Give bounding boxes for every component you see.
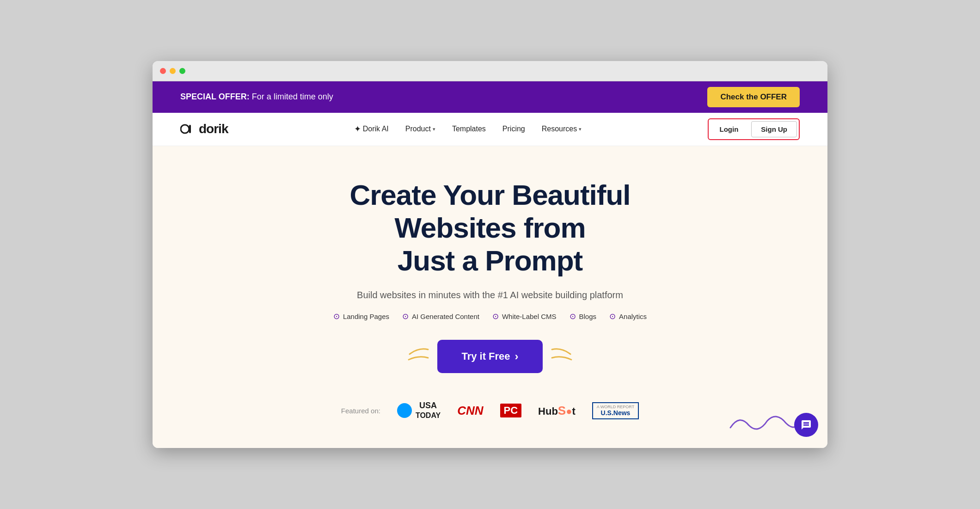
feature-label-2: AI Generated Content (412, 313, 479, 320)
chat-icon (801, 419, 812, 430)
try-free-label: Try it Free (461, 350, 510, 362)
login-button[interactable]: Login (710, 122, 748, 137)
featured-on-section: Featured on: USATODAY CNN PC HubS●t (180, 401, 800, 420)
nav-item-product[interactable]: Product ▾ (405, 125, 435, 133)
usnews-main: U.S.News (601, 409, 631, 417)
decorative-scribble (726, 409, 800, 439)
minimize-button-icon[interactable] (170, 68, 176, 74)
announcement-bold: SPECIAL OFFER: (180, 92, 250, 101)
nav-item-resources[interactable]: Resources ▾ (542, 125, 582, 133)
svg-rect-1 (189, 125, 191, 133)
brand-pc: PC (500, 404, 522, 417)
check-icon-5: ⊙ (609, 312, 616, 321)
feature-white-label: ⊙ White-Label CMS (492, 312, 557, 321)
nav-label-product: Product (405, 125, 431, 133)
ai-sparkle-icon: ✦ (354, 124, 361, 134)
usnews-text: A WORLD REPORT U.S.News (592, 402, 639, 420)
brand-hubspot: HubS●t (538, 404, 576, 418)
featured-label: Featured on: (341, 407, 380, 415)
hero-title-line1: Create Your Beautiful Websites from (349, 179, 630, 244)
nav-auth-area: Login Sign Up (708, 118, 800, 140)
nav-item-dorik-ai[interactable]: ✦ Dorik AI (354, 124, 389, 134)
brand-cnn: CNN (457, 404, 483, 418)
check-icon-3: ⊙ (492, 312, 499, 321)
brand-usa-today: USATODAY (397, 401, 441, 420)
signup-button[interactable]: Sign Up (751, 121, 797, 137)
nav-item-pricing[interactable]: Pricing (502, 125, 525, 133)
check-icon-2: ⊙ (402, 312, 409, 321)
feature-analytics: ⊙ Analytics (609, 312, 647, 321)
browser-window: SPECIAL OFFER: For a limited time only C… (153, 61, 827, 448)
announcement-regular: For a limited time only (252, 92, 333, 101)
hero-title-line2: Just a Prompt (398, 245, 582, 276)
feature-blogs: ⊙ Blogs (570, 312, 597, 321)
feature-label-3: White-Label CMS (502, 313, 557, 320)
hubspot-text: HubS●t (538, 404, 576, 418)
nav-label-resources: Resources (542, 125, 577, 133)
check-icon-4: ⊙ (570, 312, 576, 321)
check-icon-1: ⊙ (333, 312, 340, 321)
nav-links: ✦ Dorik AI Product ▾ Templates (354, 124, 582, 134)
hero-title: Create Your Beautiful Websites from Just… (291, 178, 689, 277)
fullscreen-button-icon[interactable] (179, 68, 185, 74)
chevron-down-icon: ▾ (433, 126, 435, 132)
nav-item-templates[interactable]: Templates (452, 125, 486, 133)
hero-section: Create Your Beautiful Websites from Just… (153, 146, 827, 448)
feature-label-1: Landing Pages (343, 313, 389, 320)
usa-today-text: USATODAY (416, 401, 441, 420)
close-button-icon[interactable] (160, 68, 166, 74)
svg-point-0 (181, 125, 189, 133)
browser-chrome (153, 61, 827, 81)
try-free-button[interactable]: Try it Free › (437, 340, 542, 373)
feature-landing-pages: ⊙ Landing Pages (333, 312, 389, 321)
nav-label-pricing: Pricing (502, 125, 525, 133)
chevron-down-icon-resources: ▾ (579, 126, 582, 132)
logo-icon (180, 122, 195, 136)
hero-features: ⊙ Landing Pages ⊙ AI Generated Content ⊙… (180, 312, 800, 321)
deco-arrow-left (405, 345, 433, 368)
nav-label-dorik-ai: Dorik AI (363, 125, 389, 133)
scribble-icon (726, 409, 800, 437)
feature-label-4: Blogs (579, 313, 597, 320)
logo-text: dorik (199, 122, 228, 136)
nav-label-templates: Templates (452, 125, 486, 133)
hero-subtitle: Build websites in minutes with the #1 AI… (180, 290, 800, 300)
cta-area: Try it Free › (437, 340, 542, 373)
deco-arrow-right (547, 345, 575, 368)
feature-ai-content: ⊙ AI Generated Content (402, 312, 479, 321)
navbar: dorik ✦ Dorik AI Product ▾ (153, 113, 827, 146)
announcement-bar: SPECIAL OFFER: For a limited time only C… (153, 81, 827, 113)
feature-label-5: Analytics (619, 313, 647, 320)
check-offer-button[interactable]: Check the OFFER (707, 87, 800, 107)
pc-text: PC (500, 404, 522, 417)
usa-today-dot-icon (397, 403, 412, 418)
usnews-top: A WORLD REPORT (597, 405, 634, 410)
try-free-arrow-icon: › (515, 350, 519, 363)
site-content: SPECIAL OFFER: For a limited time only C… (153, 81, 827, 448)
logo[interactable]: dorik (180, 122, 228, 136)
cnn-text: CNN (457, 404, 483, 418)
announcement-text: SPECIAL OFFER: For a limited time only (180, 92, 333, 102)
brand-usnews: A WORLD REPORT U.S.News (592, 402, 639, 420)
